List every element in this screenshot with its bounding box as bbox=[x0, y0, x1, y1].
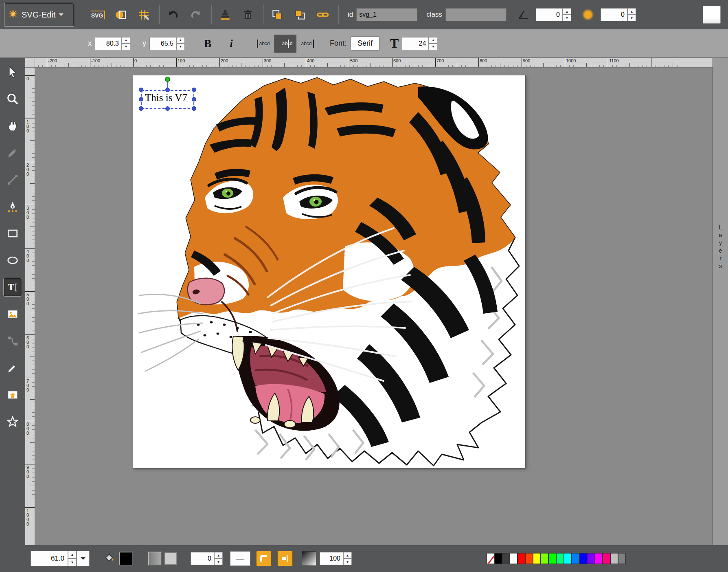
background-color-swatch[interactable] bbox=[703, 6, 721, 24]
palette-swatch[interactable] bbox=[556, 553, 564, 564]
palette-swatch[interactable] bbox=[533, 553, 541, 564]
opacity-spinner[interactable] bbox=[343, 552, 352, 565]
align-left-button[interactable]: abcd bbox=[252, 35, 274, 53]
font-family-button[interactable]: Serif bbox=[351, 36, 379, 51]
palette-swatch[interactable] bbox=[510, 553, 517, 564]
layers-panel[interactable]: Layers bbox=[713, 58, 728, 545]
editor-preferences-button[interactable] bbox=[134, 5, 153, 24]
x-coordinate-input[interactable] bbox=[95, 37, 122, 50]
selection-handle-s[interactable] bbox=[165, 106, 170, 111]
palette-swatch[interactable] bbox=[502, 553, 510, 564]
element-class-input[interactable] bbox=[445, 8, 507, 21]
trash-icon bbox=[241, 8, 254, 21]
zoom-spinner[interactable] bbox=[68, 551, 77, 566]
undo-button[interactable] bbox=[164, 5, 182, 24]
stroke-width-spinner[interactable] bbox=[214, 552, 223, 565]
y-coordinate-input[interactable] bbox=[149, 37, 176, 50]
star-tool[interactable] bbox=[3, 412, 22, 431]
pencil-tool[interactable] bbox=[3, 143, 22, 162]
palette-swatch[interactable] bbox=[517, 553, 525, 564]
redo-button[interactable] bbox=[186, 5, 205, 24]
ellipse-tool[interactable] bbox=[3, 251, 22, 270]
stroke-paint-swatch[interactable] bbox=[164, 552, 177, 565]
palette-swatch[interactable] bbox=[525, 553, 533, 564]
x-spinner[interactable] bbox=[122, 37, 130, 50]
selection-handle-n[interactable] bbox=[165, 88, 170, 92]
align-center-button[interactable]: abcd bbox=[274, 35, 296, 53]
move-to-bottom-button[interactable] bbox=[268, 5, 287, 24]
palette-swatch-none[interactable] bbox=[487, 553, 494, 564]
palette-swatch[interactable] bbox=[603, 553, 610, 564]
palette-swatch[interactable] bbox=[572, 553, 579, 564]
selection-handle-e[interactable] bbox=[192, 97, 196, 101]
stroke-linecap-button[interactable] bbox=[277, 551, 293, 566]
path-tool[interactable] bbox=[3, 197, 22, 216]
main-menu-button[interactable]: SVG-Edit bbox=[4, 3, 74, 26]
palette-swatch[interactable] bbox=[618, 553, 626, 564]
stroke-linejoin-button[interactable] bbox=[256, 551, 272, 566]
id-label: id bbox=[348, 11, 353, 19]
palette-swatch[interactable] bbox=[494, 553, 502, 564]
italic-button[interactable]: i bbox=[222, 35, 240, 53]
rotation-handle[interactable] bbox=[165, 77, 170, 82]
shape-library-tool[interactable] bbox=[3, 385, 22, 404]
delete-button[interactable] bbox=[239, 5, 257, 24]
document-properties-icon bbox=[114, 8, 127, 21]
pan-tool[interactable] bbox=[3, 117, 22, 135]
make-link-button[interactable] bbox=[314, 5, 332, 24]
selection-handle-nw[interactable] bbox=[139, 88, 143, 92]
selection-handle-ne[interactable] bbox=[192, 88, 196, 92]
line-tool[interactable] bbox=[3, 170, 22, 189]
canvas-region[interactable]: This is V7 bbox=[35, 68, 713, 545]
rectangle-tool[interactable] bbox=[3, 224, 22, 243]
select-tool[interactable] bbox=[3, 63, 22, 81]
bold-button[interactable]: B bbox=[199, 35, 217, 53]
palette-swatch[interactable] bbox=[564, 553, 572, 564]
fill-color-swatch[interactable] bbox=[119, 552, 133, 565]
connector-icon bbox=[6, 334, 19, 348]
image-tool[interactable] bbox=[3, 305, 22, 323]
y-spinner[interactable] bbox=[176, 37, 185, 50]
toolbar-separator bbox=[338, 5, 339, 24]
blur-spinner[interactable] bbox=[627, 8, 636, 21]
selection-handle-sw[interactable] bbox=[139, 106, 143, 111]
zoom-tool[interactable] bbox=[3, 90, 22, 108]
clone-button[interactable] bbox=[216, 5, 235, 24]
document-properties-button[interactable] bbox=[112, 5, 130, 24]
framed-house-icon bbox=[6, 388, 19, 401]
zoom-dropdown-button[interactable] bbox=[77, 551, 90, 566]
font-size-spinner[interactable] bbox=[429, 37, 437, 50]
palette-swatch[interactable] bbox=[579, 553, 587, 564]
blur-control bbox=[579, 5, 597, 24]
angle-input[interactable] bbox=[536, 8, 563, 21]
palette-swatch[interactable] bbox=[610, 553, 618, 564]
source-editor-button[interactable]: SVG bbox=[89, 5, 107, 24]
connector-tool[interactable] bbox=[3, 332, 22, 350]
palette-swatch[interactable] bbox=[595, 553, 603, 564]
selection-handle-w[interactable] bbox=[139, 97, 143, 101]
eyedropper-icon bbox=[6, 361, 19, 374]
selection-handle-se[interactable] bbox=[192, 106, 196, 111]
ruler-corner bbox=[25, 58, 35, 68]
palette-swatch[interactable] bbox=[548, 553, 556, 564]
eyedropper-tool[interactable] bbox=[3, 359, 22, 377]
opacity-input[interactable] bbox=[320, 552, 343, 565]
text-tool[interactable]: T bbox=[3, 278, 22, 297]
tiger-artwork[interactable] bbox=[133, 75, 525, 468]
hand-icon bbox=[6, 119, 19, 132]
stroke-dash-select[interactable]: — bbox=[230, 551, 250, 566]
align-right-button[interactable]: abcd bbox=[296, 35, 318, 53]
font-size-input[interactable] bbox=[402, 37, 429, 50]
move-to-top-button[interactable] bbox=[291, 5, 309, 24]
stroke-width-input[interactable] bbox=[191, 552, 214, 565]
undo-icon bbox=[167, 8, 180, 21]
element-id-input[interactable] bbox=[356, 8, 417, 21]
stroke-color-swatch[interactable] bbox=[148, 552, 162, 565]
align-right-bar-icon bbox=[313, 40, 314, 48]
svg-canvas[interactable]: This is V7 bbox=[133, 75, 525, 468]
blur-input[interactable] bbox=[601, 8, 627, 21]
palette-swatch[interactable] bbox=[541, 553, 548, 564]
zoom-input[interactable] bbox=[31, 551, 68, 566]
palette-swatch[interactable] bbox=[587, 553, 595, 564]
angle-spinner[interactable] bbox=[563, 8, 571, 21]
